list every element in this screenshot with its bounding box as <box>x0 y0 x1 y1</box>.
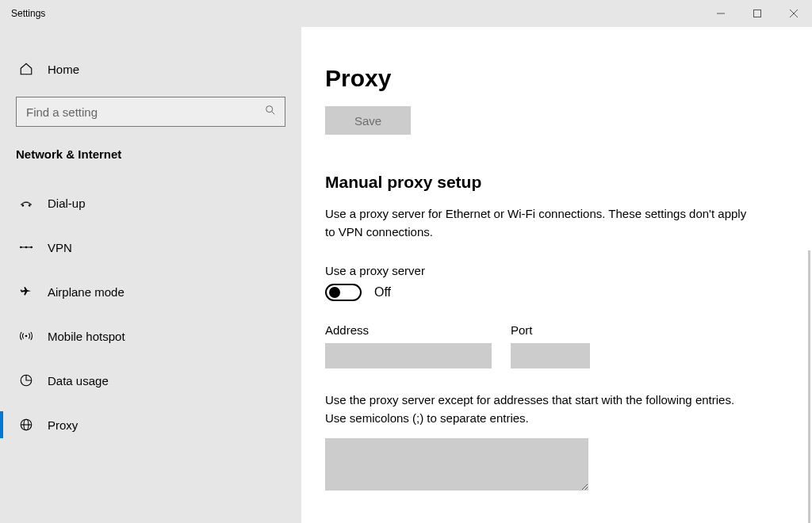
sidebar-section-label: Network & Internet <box>0 127 301 169</box>
port-label: Port <box>511 323 590 337</box>
port-input[interactable] <box>511 343 590 368</box>
address-label: Address <box>325 323 492 337</box>
sidebar-item-vpn[interactable]: VPN <box>0 229 301 265</box>
sidebar-item-label: Dial-up <box>48 197 86 210</box>
window-controls <box>703 0 812 27</box>
maximize-button[interactable] <box>739 0 776 27</box>
sidebar-home[interactable]: Home <box>0 51 301 87</box>
toggle-label: Use a proxy server <box>325 264 788 277</box>
window-title: Settings <box>0 8 45 19</box>
search-box[interactable] <box>16 97 285 127</box>
scrollbar[interactable] <box>808 250 810 523</box>
sidebar-item-label: Proxy <box>48 418 78 432</box>
datausage-icon <box>17 373 35 387</box>
dialup-icon <box>17 197 35 209</box>
svg-point-12 <box>25 335 28 338</box>
address-input[interactable] <box>325 343 492 368</box>
sidebar-item-dialup[interactable]: Dial-up <box>0 185 301 221</box>
sidebar-item-hotspot[interactable]: Mobile hotspot <box>0 318 301 354</box>
proxy-toggle[interactable] <box>325 284 362 301</box>
vpn-icon <box>17 242 35 253</box>
svg-point-6 <box>22 205 24 207</box>
proxy-icon <box>17 418 35 432</box>
sidebar-home-label: Home <box>48 63 79 76</box>
svg-point-4 <box>266 106 273 113</box>
sidebar: Home Network & Internet Dial-up <box>0 27 301 523</box>
home-icon <box>17 62 35 76</box>
minimize-button[interactable] <box>703 0 739 27</box>
search-input[interactable] <box>25 105 264 120</box>
titlebar: Settings <box>0 0 812 27</box>
sidebar-item-label: Data usage <box>48 374 109 387</box>
exceptions-input[interactable] <box>325 438 588 491</box>
content-pane: Proxy Save Manual proxy setup Use a prox… <box>301 27 812 523</box>
save-button[interactable]: Save <box>325 106 411 135</box>
sidebar-item-label: Mobile hotspot <box>48 330 125 343</box>
section-description: Use a proxy server for Ethernet or Wi-Fi… <box>325 204 753 242</box>
sidebar-item-datausage[interactable]: Data usage <box>0 362 301 399</box>
toggle-state: Off <box>374 285 391 300</box>
sidebar-nav: Dial-up VPN Airplane mode Mobile hotspot <box>0 185 301 443</box>
svg-rect-11 <box>21 247 31 248</box>
sidebar-item-label: VPN <box>48 241 72 254</box>
sidebar-item-proxy[interactable]: Proxy <box>0 407 301 443</box>
search-icon <box>264 104 277 120</box>
sidebar-item-airplane[interactable]: Airplane mode <box>0 273 301 310</box>
svg-point-7 <box>29 205 30 207</box>
sidebar-item-label: Airplane mode <box>48 285 124 299</box>
hotspot-icon <box>17 329 35 343</box>
section-heading: Manual proxy setup <box>325 173 788 192</box>
airplane-icon <box>17 284 35 300</box>
close-button[interactable] <box>776 0 812 27</box>
svg-line-5 <box>272 112 275 115</box>
exceptions-description: Use the proxy server except for addresse… <box>325 391 753 428</box>
page-title: Proxy <box>325 65 788 92</box>
svg-rect-1 <box>754 10 761 17</box>
